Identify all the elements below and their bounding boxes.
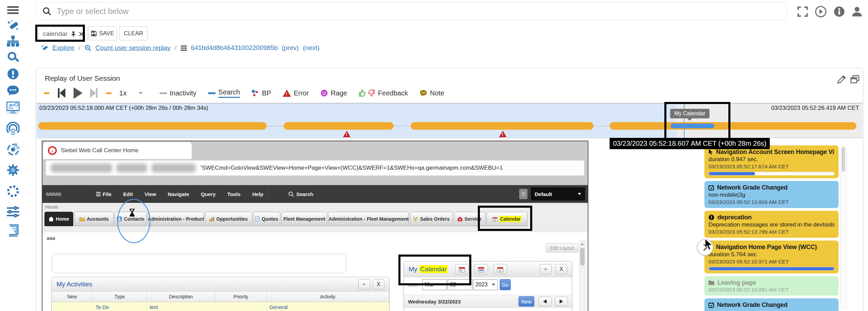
- pin-icon[interactable]: [71, 31, 76, 37]
- tab-sales-orders[interactable]: Sales Orders: [410, 212, 453, 226]
- fullscreen-icon[interactable]: [796, 5, 809, 18]
- siebel-menu-query[interactable]: Query: [195, 185, 221, 203]
- event-card-network-grade[interactable]: Network Grade Changed non-mobile|3g 03/2…: [704, 181, 839, 208]
- col-description[interactable]: Description: [147, 291, 215, 302]
- calendar-close-button[interactable]: X: [556, 264, 567, 274]
- year-select[interactable]: 2023: [473, 279, 498, 290]
- session-replay-icon[interactable]: [6, 101, 20, 114]
- session-next-link[interactable]: (next): [303, 44, 320, 52]
- edit-icon[interactable]: [837, 75, 846, 84]
- siebel-menu-navigate[interactable]: Navigate: [162, 185, 195, 203]
- browser-tab[interactable]: ui Siebel Web Call Center Home: [43, 142, 192, 159]
- speed-value[interactable]: 1x: [119, 89, 127, 97]
- event-card-leaving-page[interactable]: Leaving page 03/23/2023 05:52:10.891 AM …: [704, 276, 839, 296]
- weekly-view-button[interactable]: [474, 264, 488, 274]
- edit-layout-button[interactable]: Edit Layout: [546, 243, 578, 252]
- filter-chip-calendar[interactable]: calendar: [38, 28, 88, 40]
- siebel-search[interactable]: Search: [283, 185, 319, 203]
- col-new[interactable]: New: [52, 291, 93, 302]
- tab-opportunities[interactable]: Opportunities: [205, 212, 252, 226]
- global-search[interactable]: [36, 2, 787, 21]
- save-button[interactable]: SAVE: [89, 26, 117, 40]
- info-icon[interactable]: [832, 5, 846, 18]
- monitoring-icon[interactable]: [6, 122, 20, 135]
- event-stream: Navigation Account Screen Homepage View …: [704, 145, 839, 311]
- activities-close-button[interactable]: X: [373, 279, 384, 289]
- calendar-resize-button[interactable]: ÷: [540, 264, 551, 274]
- play-button[interactable]: [73, 87, 82, 99]
- col-activity[interactable]: Activity: [267, 291, 389, 302]
- timeline-activity-bar[interactable]: [284, 122, 394, 130]
- timeline-activity-bar[interactable]: [411, 122, 593, 130]
- event-card-deprecation[interactable]: deprecation Deprecation messages are sto…: [704, 211, 839, 238]
- speed-dropdown-caret[interactable]: [139, 92, 142, 94]
- siebel-menu-file[interactable]: File: [90, 185, 117, 203]
- timeline-selected-segment[interactable]: [671, 124, 714, 128]
- siebel-scroll-thumb[interactable]: [580, 248, 585, 265]
- skip-back-button[interactable]: [57, 88, 65, 98]
- events-scroll-thumb[interactable]: [842, 147, 845, 172]
- legend-inactivity: Inactivity: [159, 89, 196, 97]
- filters-icon[interactable]: [6, 205, 20, 218]
- siebel-scrollbar[interactable]: [579, 241, 586, 311]
- global-search-input[interactable]: [56, 7, 722, 16]
- user-icon[interactable]: [850, 5, 864, 18]
- daily-view-button[interactable]: [455, 264, 469, 274]
- timeline-activity-bar[interactable]: [38, 122, 267, 130]
- siebel-menu-help[interactable]: Help: [246, 185, 269, 203]
- tab-service[interactable]: Service: [454, 212, 485, 226]
- siebel-menu-view[interactable]: View: [139, 185, 162, 203]
- siebel-notification-badge[interactable]: 0: [519, 189, 527, 199]
- browser-url-bar[interactable]: 'SWECmd=GotoView&SWEView=Home+Page+View+…: [46, 160, 584, 176]
- breadcrumb-explore-link[interactable]: Explore: [52, 44, 74, 52]
- tab-quotes[interactable]: Quotes: [253, 212, 280, 226]
- tab-home[interactable]: Home: [44, 212, 73, 226]
- tab-administration-fleet-management[interactable]: Administration - Fleet Management: [328, 212, 409, 226]
- prev-day-button[interactable]: [538, 297, 551, 306]
- alerts-icon[interactable]: [6, 67, 20, 80]
- breadcrumb-report-link[interactable]: Count user session replay: [95, 44, 171, 52]
- timeline[interactable]: 03/23/2023 05:52:18.000 AM CET (+00h 28m…: [37, 103, 863, 138]
- siebel-menu-tools[interactable]: Tools: [221, 185, 246, 203]
- siebel-layout-select[interactable]: Default: [531, 187, 585, 200]
- sitemap-icon[interactable]: [6, 35, 20, 48]
- search-icon[interactable]: [6, 51, 20, 64]
- timeline-error-marker[interactable]: [343, 131, 350, 137]
- event-card-navigation-home[interactable]: Navigation Home Page View (WCC) duration…: [704, 241, 839, 273]
- month-select[interactable]: Mar: [422, 279, 447, 290]
- menu-icon[interactable]: [6, 4, 20, 17]
- settings-gear-icon[interactable]: [6, 164, 20, 177]
- go-button[interactable]: Go: [500, 279, 511, 290]
- tab-accounts[interactable]: Accounts: [74, 212, 114, 226]
- magic-wand-icon[interactable]: [6, 19, 20, 32]
- remove-chip-icon[interactable]: [79, 32, 84, 36]
- events-scrollbar[interactable]: [841, 145, 847, 310]
- session-prev-link[interactable]: (prev): [282, 44, 299, 52]
- activities-row[interactable]: To Do test General: [52, 302, 389, 311]
- scroll-up-arrow[interactable]: [580, 243, 584, 245]
- day-select[interactable]: 22: [448, 279, 472, 290]
- next-day-button[interactable]: [555, 297, 568, 306]
- timeline-activity-bar[interactable]: [610, 122, 856, 130]
- new-appointment-button[interactable]: New: [519, 296, 534, 307]
- automation-icon[interactable]: [6, 185, 20, 198]
- comments-icon[interactable]: [6, 84, 20, 97]
- topology-icon[interactable]: [6, 143, 20, 156]
- tab-fleet-management[interactable]: Fleet Management: [281, 212, 327, 226]
- event-card-navigation-account[interactable]: Navigation Account Screen Homepage View …: [704, 145, 839, 178]
- activities-resize-button[interactable]: ÷: [358, 279, 370, 289]
- timeline-error-marker[interactable]: [499, 131, 507, 137]
- event-card-network-grade-2[interactable]: Network Grade Changed: [704, 298, 839, 311]
- col-priority[interactable]: Priority: [215, 291, 267, 302]
- date-label: Date:: [408, 282, 420, 288]
- tab-calendar[interactable]: 31 Calendar: [486, 212, 527, 226]
- replay-play-icon[interactable]: [814, 5, 828, 18]
- skip-forward-button[interactable]: [90, 88, 98, 98]
- breadcrumb-session-id[interactable]: 641bd4d8b46431002200985b: [191, 44, 278, 52]
- col-type[interactable]: Type: [93, 291, 147, 302]
- tab-administration-product[interactable]: Administration - Product: [148, 212, 204, 226]
- monthly-view-button[interactable]: 31: [494, 264, 507, 274]
- clear-button[interactable]: CLEAR: [119, 26, 148, 40]
- docs-book-icon[interactable]: [6, 224, 20, 237]
- popout-copy-icon[interactable]: [850, 75, 860, 84]
